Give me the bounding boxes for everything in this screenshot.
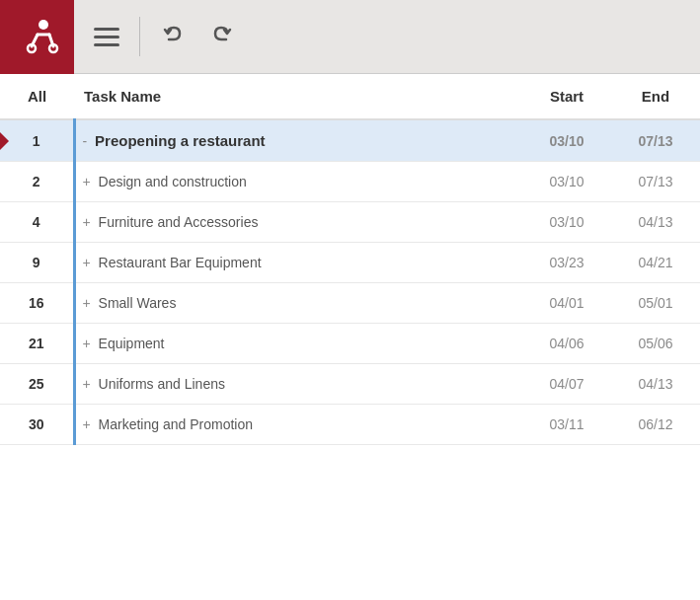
col-header-task: Task Name	[74, 74, 522, 119]
table-row[interactable]: 9+ Restaurant Bar Equipment03/2304/21	[0, 243, 700, 283]
task-prefix: +	[83, 336, 95, 351]
col-header-end: End	[611, 74, 700, 119]
row-end-date: 04/13	[611, 364, 700, 405]
task-label: Preopening a restaurant	[95, 132, 266, 149]
toolbar	[0, 0, 700, 74]
row-task-name: + Restaurant Bar Equipment	[74, 243, 522, 283]
row-number: 30	[0, 405, 74, 445]
row-task-name: - Preopening a restaurant	[74, 119, 522, 162]
task-label: Marketing and Promotion	[99, 416, 253, 432]
logo-icon	[16, 15, 59, 58]
row-number: 25	[0, 364, 74, 405]
table-row[interactable]: 2+ Design and construction03/1007/13	[0, 162, 700, 202]
redo-button[interactable]	[199, 15, 243, 58]
task-label: Equipment	[99, 336, 165, 351]
table-body: 1- Preopening a restaurant03/1007/132+ D…	[0, 119, 700, 445]
row-end-date: 05/01	[611, 283, 700, 324]
row-task-name: + Small Wares	[74, 283, 522, 324]
table-header-row: All Task Name Start End	[0, 74, 700, 119]
hamburger-menu-button[interactable]	[86, 20, 127, 54]
task-label: Restaurant Bar Equipment	[99, 255, 262, 270]
task-label: Small Wares	[99, 295, 177, 311]
table-row[interactable]: 30+ Marketing and Promotion03/1106/12	[0, 405, 700, 445]
task-prefix: +	[83, 376, 95, 392]
row-number: 21	[0, 324, 74, 364]
row-start-date: 03/10	[522, 162, 611, 202]
row-end-date: 04/21	[611, 243, 700, 283]
col-header-all: All	[0, 74, 74, 119]
row-task-name: + Equipment	[74, 324, 522, 364]
toolbar-divider	[139, 17, 140, 56]
task-prefix: +	[83, 255, 95, 270]
table-row[interactable]: 1- Preopening a restaurant03/1007/13	[0, 119, 700, 162]
row-task-name: + Design and construction	[74, 162, 522, 202]
redo-icon	[207, 23, 235, 50]
main-content: All Task Name Start End 1- Preopening a …	[0, 74, 700, 600]
svg-point-4	[28, 44, 36, 52]
task-prefix: -	[83, 133, 92, 149]
task-prefix: +	[83, 174, 95, 189]
row-task-name: + Furniture and Accessories	[74, 202, 522, 243]
row-task-name: + Marketing and Promotion	[74, 405, 522, 445]
toolbar-actions	[74, 15, 243, 58]
row-start-date: 03/23	[522, 243, 611, 283]
row-start-date: 03/10	[522, 202, 611, 243]
task-label: Design and construction	[99, 174, 247, 189]
task-label: Uniforms and Linens	[99, 376, 225, 392]
undo-icon	[160, 23, 188, 50]
row-end-date: 06/12	[611, 405, 700, 445]
row-number: 9	[0, 243, 74, 283]
row-task-name: + Uniforms and Linens	[74, 364, 522, 405]
row-end-date: 07/13	[611, 162, 700, 202]
task-table: All Task Name Start End 1- Preopening a …	[0, 74, 700, 445]
task-prefix: +	[83, 295, 95, 311]
table-row[interactable]: 21+ Equipment04/0605/06	[0, 324, 700, 364]
task-prefix: +	[83, 214, 95, 230]
row-number: 4	[0, 202, 74, 243]
task-prefix: +	[83, 416, 95, 432]
row-end-date: 04/13	[611, 202, 700, 243]
undo-button[interactable]	[152, 15, 195, 58]
svg-point-0	[39, 20, 48, 30]
svg-point-5	[49, 44, 57, 52]
row-number: 16	[0, 283, 74, 324]
row-number: 2	[0, 162, 74, 202]
row-start-date: 04/06	[522, 324, 611, 364]
app-logo	[0, 0, 74, 74]
row-start-date: 03/11	[522, 405, 611, 445]
table-row[interactable]: 4+ Furniture and Accessories03/1004/13	[0, 202, 700, 243]
row-start-date: 04/01	[522, 283, 611, 324]
row-end-date: 07/13	[611, 119, 700, 162]
row-number: 1	[0, 119, 74, 162]
table-row[interactable]: 16+ Small Wares04/0105/01	[0, 283, 700, 324]
row-start-date: 03/10	[522, 119, 611, 162]
row-start-date: 04/07	[522, 364, 611, 405]
table-row[interactable]: 25+ Uniforms and Linens04/0704/13	[0, 364, 700, 405]
hamburger-icon	[94, 28, 119, 46]
row-end-date: 05/06	[611, 324, 700, 364]
task-label: Furniture and Accessories	[99, 214, 259, 230]
col-header-start: Start	[522, 74, 611, 119]
